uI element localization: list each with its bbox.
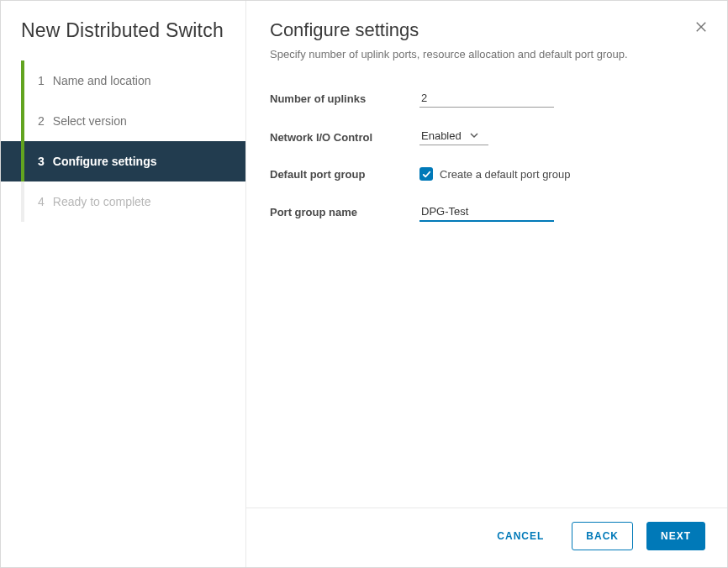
step-number: 2 (38, 114, 45, 128)
step-ready-to-complete: 4Ready to complete (1, 181, 245, 222)
step-number: 1 (38, 74, 45, 87)
nioc-value: Enabled (421, 129, 462, 142)
wizard-title: New Distributed Switch (1, 19, 245, 60)
cancel-button[interactable]: CANCEL (483, 522, 558, 550)
wizard-sidebar: New Distributed Switch 1Name and locatio… (1, 1, 246, 567)
pg-name-label: Port group name (270, 206, 419, 218)
back-button[interactable]: BACK (572, 522, 633, 550)
step-configure-settings[interactable]: 3Configure settings (1, 141, 245, 181)
nioc-select[interactable]: Enabled (419, 129, 488, 145)
step-label: Select version (53, 114, 127, 128)
default-pg-check-label: Create a default port group (440, 168, 570, 181)
next-button[interactable]: NEXT (646, 522, 705, 550)
chevron-down-icon (470, 129, 478, 142)
step-number: 4 (38, 195, 45, 208)
page-subtitle: Specify number of uplink ports, resource… (270, 48, 704, 60)
default-pg-checkbox[interactable] (419, 167, 433, 181)
step-label: Name and location (53, 74, 151, 87)
row-port-group-name: Port group name (270, 202, 704, 222)
default-pg-label: Default port group (270, 168, 419, 181)
row-nioc: Network I/O Control Enabled (270, 129, 704, 145)
nioc-label: Network I/O Control (270, 131, 419, 144)
row-default-port-group: Default port group Create a default port… (270, 167, 704, 181)
wizard-main: Configure settings Specify number of upl… (246, 1, 727, 567)
step-select-version[interactable]: 2Select version (1, 101, 245, 141)
step-label: Configure settings (53, 155, 157, 168)
step-name-and-location[interactable]: 1Name and location (1, 60, 245, 101)
wizard-footer: CANCEL BACK NEXT (246, 508, 727, 567)
uplinks-label: Number of uplinks (270, 92, 419, 105)
wizard-steps: 1Name and location 2Select version 3Conf… (1, 60, 245, 222)
uplinks-input[interactable] (419, 89, 554, 108)
pg-name-input[interactable] (419, 202, 554, 222)
row-uplinks: Number of uplinks (270, 89, 704, 108)
page-title: Configure settings (270, 19, 704, 41)
close-icon[interactable] (694, 19, 709, 38)
wizard-dialog: New Distributed Switch 1Name and locatio… (0, 0, 728, 568)
step-number: 3 (38, 155, 45, 168)
step-label: Ready to complete (53, 195, 151, 208)
